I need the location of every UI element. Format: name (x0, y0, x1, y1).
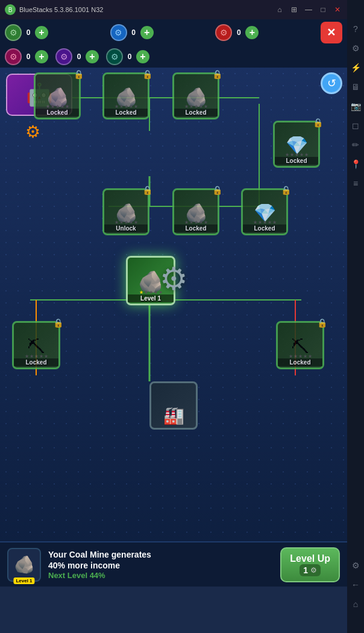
window-controls: ⌂ ⊞ — □ ✕ (275, 5, 342, 14)
settings-icon[interactable]: ⚙ (350, 43, 362, 53)
add-red-button[interactable]: + (245, 26, 259, 39)
level-number: 1 (303, 565, 308, 575)
lock-icon-2: 🔒 (142, 69, 152, 79)
maximize-icon[interactable]: □ (318, 5, 328, 14)
red-count: 0 (234, 28, 243, 37)
coal-level-badge: Level 1 (13, 577, 34, 584)
coal-mine-icon-box: 🪨 Level 1 (7, 548, 41, 582)
node-top-1[interactable]: 🔒 🪨 ★★★★★ Locked (34, 72, 81, 119)
add-purple-button[interactable]: + (86, 50, 99, 63)
node-2-stars: ★★★★★ (115, 104, 138, 109)
node-u-label: Unlock (104, 224, 148, 232)
green-count-2: 0 (129, 28, 139, 37)
home-icon[interactable]: ⌂ (275, 5, 284, 14)
node-diamond[interactable]: 🔒 💎 ★★★★★ Locked (241, 188, 288, 235)
lock-icon-3: 🔒 (212, 69, 222, 79)
close-icon[interactable]: ✕ (333, 5, 342, 14)
node-top-2[interactable]: 🔒 🪨 ★★★★★ Locked (102, 72, 149, 119)
add-green-2-button[interactable]: + (140, 26, 154, 39)
node-bottom-left[interactable]: 🔒 ⛏ ★★★★★ Locked (12, 321, 60, 369)
purple-gear-icon: ⚙ (55, 48, 72, 65)
resource-green-1: ⚙ 0 + (5, 24, 48, 41)
app-title: BlueStacks 5.3.86.1001 N32 (19, 6, 271, 13)
monitor-icon[interactable]: 🖥 (350, 82, 362, 92)
node-unlock[interactable]: 🔒 🪨 ★★★★★ Unlock (102, 188, 149, 235)
node-mm-label: Locked (174, 224, 218, 232)
node-1-label: Locked (36, 109, 79, 116)
level-num-row: 1 ⚙ (300, 564, 321, 576)
app-logo: B (5, 4, 16, 15)
node-br-stars: ★★★★★ (289, 354, 312, 359)
resource-red-1: ⚙ 0 + (215, 24, 259, 41)
node-bl-label: Locked (14, 358, 58, 366)
info-text-block: Your Coal Mine generates 40% more income… (48, 549, 273, 580)
node-mid-mid[interactable]: 🔒 🪨 ★★★★★ Locked (172, 188, 219, 235)
resource-bar-1: ⚙ 0 + ⚙ 0 + ⚙ 0 + ✕ (0, 19, 347, 46)
next-level-text: Next Level 44% (48, 571, 273, 580)
level-gear-icon: ⚙ (310, 566, 317, 574)
node-3-stars: ★★★★★ (184, 104, 208, 109)
help-icon[interactable]: ? (350, 24, 362, 34)
node-3-label: Locked (174, 109, 218, 116)
green-gear-1-icon: ⚙ (5, 24, 22, 41)
lock-icon-u: 🔒 (142, 185, 152, 195)
pencil-icon[interactable]: ✏ (350, 140, 362, 150)
node-mid-right[interactable]: 🔒 💎 ★★★★★ Locked (273, 121, 320, 168)
center-gear-icon: ⚙ (160, 261, 188, 297)
lock-icon-br: 🔒 (317, 318, 327, 328)
coal-icon: 🪨 (14, 555, 35, 574)
add-teal-button[interactable]: + (136, 50, 149, 63)
resource-purple: ⚙ 0 + (55, 48, 99, 65)
node-top-3[interactable]: 🔒 🪨 ★★★★★ Locked (172, 72, 219, 119)
node-factory-icon: 🏭 (163, 406, 184, 425)
level-up-button[interactable]: Level Up 1 ⚙ (280, 547, 340, 582)
node-mr-label: Locked (275, 157, 318, 165)
game-close-button[interactable]: ✕ (321, 22, 342, 43)
square-icon[interactable]: ◻ (350, 121, 362, 130)
lock-icon-d: 🔒 (281, 185, 291, 195)
resource-teal: ⚙ 0 + (106, 48, 149, 65)
bottom-bar: 🪨 Level 1 Your Coal Mine generates 40% m… (0, 541, 347, 587)
node-1-stars: ★★★★★ (46, 104, 69, 109)
side-panel: ? ⚙ ⚡ 🖥 📷 ◻ ✏ 📍 ≡ ⚙ ← ⌂ (347, 0, 364, 633)
red-gear-icon: ⚙ (215, 24, 232, 41)
teal-count: 0 (125, 52, 134, 61)
resource-bar-2: ⚙ 0 + ⚙ 0 + ⚙ 0 + (0, 46, 347, 68)
floating-gear-icon: ⚙ (25, 122, 40, 142)
node-u-stars: ★★★★★ (115, 220, 138, 225)
game-area: 🤖 ⚙ ↺ 🔒 🪨 ★★★★★ Locked 🔒 🪨 ★★★★★ (0, 68, 347, 587)
teal-gear-icon: ⚙ (106, 48, 123, 65)
add-pink-button[interactable]: + (35, 50, 48, 63)
lock-icon-mm: 🔒 (212, 185, 222, 195)
pink-gear-icon: ⚙ (5, 48, 22, 65)
lock-icon-mr: 🔒 (313, 118, 323, 127)
resource-pink: ⚙ 0 + (5, 48, 48, 65)
info-main-text: Your Coal Mine generates 40% more income (48, 549, 273, 571)
pin-icon[interactable]: 📍 (350, 159, 362, 169)
minimize-icon[interactable]: — (304, 5, 313, 14)
level-up-label: Level Up (290, 553, 330, 564)
node-d-stars: ★★★★★ (253, 220, 277, 225)
grid-icon[interactable]: ⊞ (289, 5, 299, 14)
layers-icon[interactable]: ≡ (350, 179, 362, 188)
title-bar: B BlueStacks 5.3.86.1001 N32 ⌂ ⊞ — □ ✕ (0, 0, 347, 19)
lock-icon-1: 🔒 (74, 69, 84, 79)
add-green-1-button[interactable]: + (35, 26, 48, 39)
lightning-icon[interactable]: ⚡ (350, 63, 362, 72)
green-count-1: 0 (24, 28, 33, 37)
node-bottom-right[interactable]: 🔒 ⛏ ★★★★★ Locked (276, 321, 324, 369)
back-icon[interactable]: ← (350, 580, 362, 590)
camera-icon[interactable]: 📷 (350, 101, 362, 111)
lock-icon-bl: 🔒 (53, 318, 63, 328)
node-bl-stars: ★★★★★ (25, 354, 48, 359)
home-side-icon[interactable]: ⌂ (350, 599, 362, 609)
node-d-label: Locked (243, 224, 286, 232)
resource-green-2: ⚙ 0 + (110, 24, 154, 41)
node-2-label: Locked (104, 109, 148, 116)
node-factory[interactable]: 🏭 (149, 381, 198, 430)
refresh-button[interactable]: ↺ (321, 72, 342, 94)
gear-bottom-icon[interactable]: ⚙ (350, 561, 362, 570)
purple-count: 0 (74, 52, 84, 61)
income-text-2: 40% more income (48, 561, 120, 570)
green-gear-2-icon: ⚙ (110, 24, 127, 41)
